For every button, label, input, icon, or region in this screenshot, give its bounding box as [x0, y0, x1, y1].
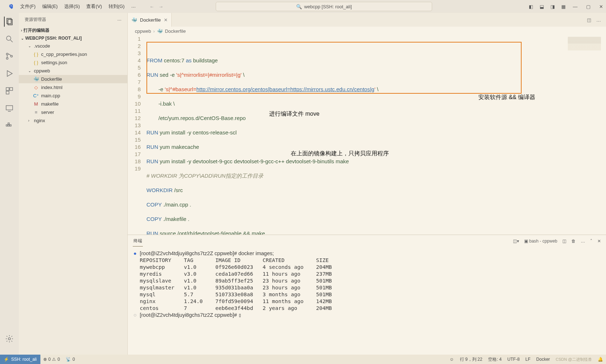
folder-nginx[interactable]: ›nginx: [19, 116, 127, 125]
tab-dockerfile[interactable]: 🐳 Dockerfile ✕: [128, 13, 172, 27]
status-ports[interactable]: 📡0: [63, 357, 78, 362]
svg-point-4: [6, 53, 8, 55]
svg-point-17: [8, 338, 10, 340]
terminal-panel: 终端 ◫▾ ▣ bash - cppweb ◫ 🗑 … ˄ ✕ ● [root@…: [128, 235, 606, 355]
terminal-output[interactable]: ● [root@iZ2vch4tdjuyi8gchs7tz2Z cppweb]#…: [128, 247, 606, 355]
window-minimize-icon[interactable]: —: [573, 4, 578, 9]
layout-sidebar-left-icon[interactable]: ◧: [529, 4, 533, 9]
svg-marker-7: [7, 71, 12, 76]
activity-remote-explorer-icon[interactable]: [4, 103, 14, 113]
trash-icon[interactable]: 🗑: [571, 239, 576, 244]
title-bar: 文件(F) 编辑(E) 选择(S) 查看(V) 转到(G) … ← → 🔍 we…: [0, 0, 606, 13]
minimap[interactable]: [568, 37, 601, 60]
menu-file[interactable]: 文件(F): [17, 2, 39, 11]
status-feedback-icon[interactable]: ☺: [447, 356, 457, 363]
annotation-3: 在上面的镜像构建上，只拷贝应用程序: [291, 150, 389, 157]
layout-panel-icon[interactable]: ⬓: [540, 4, 544, 9]
file-label: server: [41, 110, 54, 115]
workspace-section[interactable]: ⌄WEBCPP [SSH: ROOT_ALI]: [19, 35, 127, 42]
close-icon[interactable]: ✕: [164, 17, 168, 23]
activity-search-icon[interactable]: [4, 34, 14, 44]
breadcrumb[interactable]: cppweb › 🐳 Dockerfile: [128, 27, 606, 35]
activity-docker-icon[interactable]: [4, 120, 14, 130]
breadcrumb-segment[interactable]: Dockerfile: [165, 28, 186, 34]
svg-point-2: [6, 36, 11, 40]
window-close-icon[interactable]: ✕: [599, 4, 603, 9]
nav-back-icon[interactable]: ←: [149, 4, 154, 9]
status-problems[interactable]: ⊗0 ⚠0: [40, 357, 63, 362]
layout-sidebar-right-icon[interactable]: ◨: [550, 4, 555, 9]
folder-label: .vscode: [34, 43, 50, 49]
menu-view[interactable]: 查看(V): [83, 2, 105, 11]
file-c-cpp-properties[interactable]: { }c_cpp_properties.json: [19, 50, 127, 58]
file-main-cpp[interactable]: C⁺main.cpp: [19, 92, 127, 100]
error-icon: ⊗: [43, 357, 47, 362]
open-editors-label: 打开的编辑器: [23, 27, 49, 34]
watermark: CSDN @二进制怪兽: [553, 356, 595, 363]
editor-more-icon[interactable]: …: [596, 17, 601, 23]
file-index-html[interactable]: ◇index.html: [19, 83, 127, 92]
split-editor-icon[interactable]: ◫: [587, 17, 591, 23]
breadcrumb-segment[interactable]: cppweb: [135, 28, 151, 34]
file-server[interactable]: ≡server: [19, 108, 127, 116]
menu-overflow[interactable]: …: [128, 2, 139, 11]
folder-label: cppweb: [34, 68, 50, 74]
tab-label: Dockerfile: [140, 17, 161, 23]
terminal-shell-label[interactable]: ▣ bash - cppweb: [524, 239, 557, 244]
status-bar: ⚡ SSH: root_ali ⊗0 ⚠0 📡0 ☺ 行 9，列 22 空格: …: [0, 355, 606, 364]
nav-forward-icon[interactable]: →: [158, 4, 163, 9]
code-content[interactable]: FROM centos:7 as buildstage RUN sed -e '…: [146, 35, 606, 235]
panel-close-icon[interactable]: ✕: [597, 239, 601, 244]
chevron-up-icon[interactable]: ˄: [590, 239, 592, 244]
folder-cppweb[interactable]: ⌄cppweb: [19, 67, 127, 75]
menu-go[interactable]: 转到(G): [106, 2, 128, 11]
file-label: settings.json: [41, 60, 67, 65]
new-terminal-icon[interactable]: ◫: [562, 239, 566, 244]
editor-area: 🐳 Dockerfile ✕ ◫ … cppweb › 🐳 Dockerfile…: [128, 13, 606, 355]
status-indentation[interactable]: 空格: 4: [485, 356, 504, 363]
editor-tabs: 🐳 Dockerfile ✕ ◫ …: [128, 13, 606, 27]
file-label: c_cpp_properties.json: [41, 52, 87, 57]
layout-customize-icon[interactable]: ▦: [561, 4, 566, 9]
sidebar-more-icon[interactable]: …: [117, 17, 122, 23]
code-editor[interactable]: 12345678910111213141516171819 FROM cento…: [128, 35, 606, 235]
activity-settings-icon[interactable]: [4, 334, 14, 344]
status-eol[interactable]: LF: [523, 356, 533, 363]
split-terminal-icon[interactable]: ◫▾: [513, 239, 519, 244]
warning-icon: ⚠: [52, 357, 56, 362]
docker-icon: 🐳: [131, 17, 137, 23]
svg-rect-13: [6, 125, 8, 126]
file-tree: ⌄.vscode { }c_cpp_properties.json { }set…: [19, 42, 127, 125]
explorer-sidebar: 资源管理器 … ›打开的编辑器 ⌄WEBCPP [SSH: ROOT_ALI] …: [19, 13, 128, 355]
activity-explorer-icon[interactable]: [4, 17, 14, 27]
svg-rect-16: [8, 123, 9, 124]
svg-rect-8: [6, 88, 9, 90]
vscode-logo-icon: [6, 2, 14, 11]
docker-icon: 🐳: [157, 28, 163, 34]
menu-edit[interactable]: 编辑(E): [39, 2, 61, 11]
file-makefile[interactable]: Mmakefile: [19, 100, 127, 108]
svg-line-3: [10, 40, 13, 42]
activity-source-control-icon[interactable]: [4, 51, 14, 61]
file-settings-json[interactable]: { }settings.json: [19, 58, 127, 67]
terminal-tab[interactable]: 终端: [133, 236, 143, 247]
status-encoding[interactable]: UTF-8: [505, 356, 523, 363]
svg-rect-10: [6, 91, 9, 94]
status-remote[interactable]: ⚡ SSH: root_ali: [0, 355, 40, 364]
file-dockerfile[interactable]: 🐳Dockerfile: [19, 75, 127, 83]
panel-more-icon[interactable]: …: [581, 239, 585, 244]
activity-run-debug-icon[interactable]: [4, 68, 14, 79]
command-center[interactable]: 🔍 webcpp [SSH: root_ali]: [216, 2, 432, 11]
status-notifications-icon[interactable]: 🔔: [595, 356, 606, 363]
window-maximize-icon[interactable]: ▢: [586, 4, 590, 9]
chevron-right-icon: ›: [153, 28, 155, 34]
menu-selection[interactable]: 选择(S): [61, 2, 83, 11]
folder-vscode[interactable]: ⌄.vscode: [19, 42, 127, 50]
search-icon: 🔍: [296, 4, 302, 9]
status-language[interactable]: Docker: [533, 356, 553, 363]
status-cursor-position[interactable]: 行 9，列 22: [457, 356, 486, 363]
remote-icon: ⚡: [4, 357, 9, 362]
panel-tabs: 终端 ◫▾ ▣ bash - cppweb ◫ 🗑 … ˄ ✕: [128, 235, 606, 247]
activity-extensions-icon[interactable]: [4, 86, 14, 96]
open-editors-section[interactable]: ›打开的编辑器: [19, 26, 127, 35]
